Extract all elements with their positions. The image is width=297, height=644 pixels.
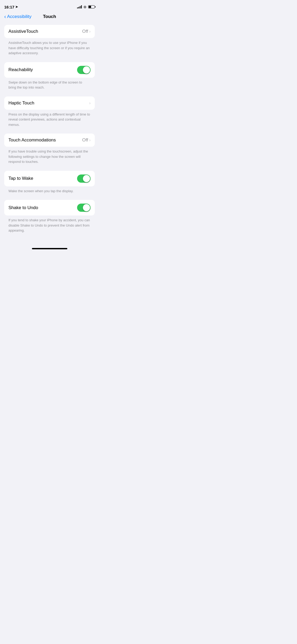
touch-accommodations-status: Off — [82, 137, 88, 143]
shake-to-undo-toggle[interactable] — [77, 204, 91, 212]
haptic-touch-card[interactable]: Haptic Touch › — [4, 96, 95, 110]
assistive-touch-label: AssistiveTouch — [8, 29, 38, 34]
haptic-touch-label: Haptic Touch — [8, 100, 34, 106]
reachability-section: Reachability Swipe down on the bottom ed… — [4, 62, 95, 94]
assistive-touch-status: Off — [82, 29, 88, 34]
nav-bar: ‹ Accessibility Touch — [0, 12, 99, 23]
tap-to-wake-row: Tap to Wake — [4, 171, 95, 186]
assistive-touch-card[interactable]: AssistiveTouch Off › — [4, 25, 95, 38]
tap-to-wake-label: Tap to Wake — [8, 176, 33, 181]
haptic-touch-chevron: › — [89, 101, 91, 105]
location-icon: ➤ — [15, 5, 18, 9]
chevron-right-icon: › — [89, 29, 91, 34]
assistive-touch-description: AssistiveTouch allows you to use your iP… — [4, 38, 95, 60]
time-display: 16:17 — [4, 5, 14, 9]
tap-to-wake-toggle[interactable] — [77, 174, 91, 183]
haptic-touch-description: Press on the display using a different l… — [4, 110, 95, 132]
settings-content: AssistiveTouch Off › AssistiveTouch allo… — [0, 23, 99, 242]
shake-to-undo-row: Shake to Undo — [4, 200, 95, 215]
touch-accommodations-description: If you have trouble using the touchscree… — [4, 147, 95, 169]
tap-to-wake-card: Tap to Wake — [4, 171, 95, 186]
assistive-touch-value: Off › — [82, 29, 91, 34]
toggle-knob — [83, 204, 90, 211]
shake-to-undo-description: If you tend to shake your iPhone by acci… — [4, 215, 95, 237]
battery-icon — [88, 5, 95, 8]
touch-accommodations-label: Touch Accommodations — [8, 137, 56, 143]
signal-icon — [77, 5, 82, 8]
page-title: Touch — [43, 14, 56, 19]
back-label: Accessibility — [7, 14, 32, 19]
haptic-touch-section: Haptic Touch › Press on the display usin… — [4, 96, 95, 132]
toggle-knob — [83, 175, 90, 182]
reachability-toggle[interactable] — [77, 66, 91, 74]
haptic-touch-row[interactable]: Haptic Touch › — [4, 96, 95, 110]
shake-to-undo-section: Shake to Undo If you tend to shake your … — [4, 200, 95, 237]
assistive-touch-section: AssistiveTouch Off › AssistiveTouch allo… — [4, 25, 95, 60]
shake-to-undo-label: Shake to Undo — [8, 205, 38, 210]
assistive-touch-row[interactable]: AssistiveTouch Off › — [4, 25, 95, 38]
touch-accommodations-card[interactable]: Touch Accommodations Off › — [4, 134, 95, 147]
toggle-knob — [83, 66, 90, 73]
touch-accommodations-section: Touch Accommodations Off › If you have t… — [4, 134, 95, 169]
home-indicator — [0, 246, 99, 251]
tap-to-wake-description: Wake the screen when you tap the display… — [4, 186, 95, 198]
back-chevron-icon: ‹ — [4, 13, 6, 20]
status-icons: ⊛ — [77, 5, 95, 9]
wifi-icon: ⊛ — [83, 5, 87, 9]
chevron-right-icon: › — [89, 101, 91, 105]
reachability-card: Reachability — [4, 62, 95, 78]
reachability-row: Reachability — [4, 62, 95, 78]
tap-to-wake-section: Tap to Wake Wake the screen when you tap… — [4, 171, 95, 198]
shake-to-undo-card: Shake to Undo — [4, 200, 95, 215]
home-bar — [32, 248, 67, 249]
status-time: 16:17 ➤ — [4, 5, 18, 9]
reachability-label: Reachability — [8, 67, 33, 72]
touch-accommodations-value: Off › — [82, 137, 91, 143]
reachability-description: Swipe down on the bottom edge of the scr… — [4, 78, 95, 94]
touch-accommodations-row[interactable]: Touch Accommodations Off › — [4, 134, 95, 147]
back-button[interactable]: ‹ Accessibility — [4, 14, 31, 20]
status-bar: 16:17 ➤ ⊛ — [0, 0, 99, 12]
chevron-right-icon: › — [89, 138, 91, 142]
